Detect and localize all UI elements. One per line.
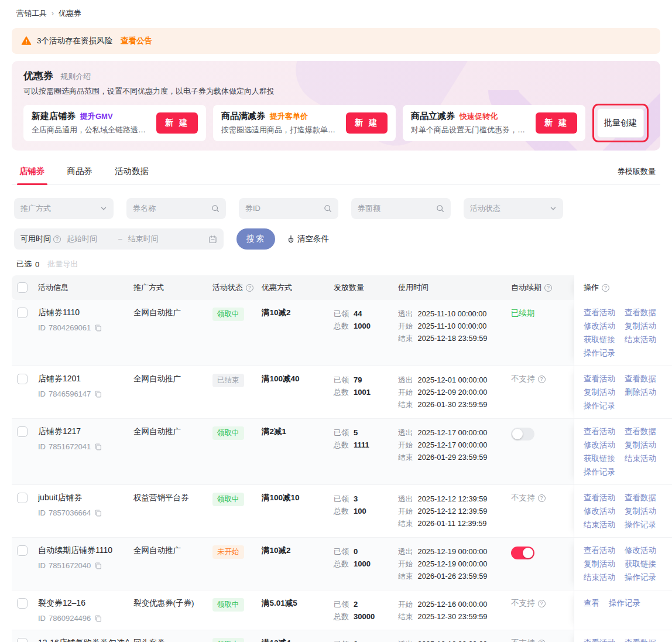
- action-link[interactable]: 查看活动: [584, 493, 615, 503]
- help-icon[interactable]: ?: [538, 640, 546, 642]
- row-checkbox[interactable]: [17, 374, 28, 384]
- value-label: 透出: [398, 545, 413, 558]
- chevron-down-icon: [550, 205, 557, 212]
- breadcrumb-marketing-tools[interactable]: 营销工具: [16, 8, 47, 19]
- help-icon[interactable]: ?: [538, 600, 546, 607]
- row-checkbox-cell: [12, 300, 38, 366]
- tab-product-coupon[interactable]: 商品券: [67, 163, 93, 185]
- help-icon[interactable]: ?: [538, 494, 546, 502]
- action-link[interactable]: 获取链接: [584, 334, 615, 345]
- coupon-value-input[interactable]: 券面额: [351, 198, 451, 219]
- action-link[interactable]: 结束活动: [625, 334, 656, 345]
- action-link[interactable]: 查看数据: [625, 426, 656, 437]
- row-checkbox[interactable]: [17, 638, 28, 642]
- copy-icon[interactable]: [94, 390, 102, 398]
- selected-count: 0: [35, 260, 39, 269]
- action-link[interactable]: 查看活动: [584, 426, 615, 437]
- clear-conditions-button[interactable]: 清空条件: [286, 234, 329, 244]
- auto-renewal-toggle[interactable]: [511, 428, 534, 440]
- action-link[interactable]: 操作记录: [584, 401, 615, 411]
- quantity-cell: 已领2总数30000: [334, 590, 398, 630]
- action-link[interactable]: 查看活动: [584, 638, 615, 642]
- create-product-instant-coupon-button[interactable]: 新 建: [536, 112, 577, 134]
- chevron-down-icon: [100, 205, 107, 212]
- tab-shop-coupon[interactable]: 店铺券: [19, 163, 45, 185]
- action-link[interactable]: 查看数据: [625, 374, 656, 384]
- action-link[interactable]: 操作记录: [609, 598, 640, 609]
- auto-renewal-cell: [511, 419, 574, 484]
- activity-status-select[interactable]: 活动状态: [464, 198, 563, 219]
- coupon-name-input[interactable]: 券名称: [126, 198, 226, 219]
- coupon-id-prefix: ID: [38, 614, 46, 623]
- action-link[interactable]: 查看: [584, 598, 599, 609]
- action-link[interactable]: 查看活动: [584, 308, 615, 318]
- action-link[interactable]: 修改活动: [584, 506, 615, 517]
- help-icon[interactable]: ?: [246, 284, 253, 292]
- status-badge: 未开始: [212, 545, 244, 559]
- action-link[interactable]: 复制活动: [584, 387, 615, 398]
- action-link[interactable]: 结束活动: [584, 520, 615, 530]
- action-link[interactable]: 结束活动: [584, 572, 615, 583]
- action-link[interactable]: 结束活动: [625, 453, 656, 464]
- create-product-threshold-coupon-button[interactable]: 新 建: [346, 112, 388, 134]
- available-time-range-picker[interactable]: 可用时间 ? 起始时间 – 结束时间: [14, 228, 224, 250]
- coupon-value-placeholder: 券面额: [358, 203, 436, 214]
- rules-intro-link[interactable]: 规则介绍: [60, 71, 91, 82]
- action-link[interactable]: 获取链接: [584, 453, 615, 464]
- action-link[interactable]: 复制活动: [625, 321, 656, 332]
- promotion-type-select[interactable]: 推广方式: [14, 198, 114, 219]
- action-link[interactable]: 操作记录: [584, 348, 615, 358]
- action-link[interactable]: 操作记录: [625, 572, 656, 583]
- action-link[interactable]: 查看活动: [584, 545, 615, 556]
- action-link[interactable]: 修改活动: [584, 321, 615, 332]
- row-checkbox[interactable]: [17, 426, 28, 437]
- copy-icon[interactable]: [94, 562, 102, 569]
- action-link[interactable]: 修改活动: [584, 440, 615, 450]
- batch-export-button[interactable]: 批量导出: [47, 259, 78, 269]
- copy-icon[interactable]: [94, 614, 102, 622]
- coupon-id-value: 7851672041: [49, 442, 91, 451]
- batch-create-button[interactable]: 批量创建: [597, 108, 644, 138]
- action-link[interactable]: 修改活动: [625, 545, 656, 556]
- row-checkbox[interactable]: [17, 308, 28, 318]
- status-cell: 未开始: [212, 538, 262, 590]
- help-icon[interactable]: ?: [602, 284, 609, 292]
- action-link[interactable]: 复制活动: [625, 440, 656, 450]
- action-link[interactable]: 删除活动: [625, 387, 656, 398]
- help-icon[interactable]: ?: [53, 235, 61, 243]
- help-icon[interactable]: ?: [544, 284, 552, 292]
- row-checkbox[interactable]: [17, 545, 28, 556]
- tab-activity-data[interactable]: 活动数据: [115, 163, 149, 185]
- search-button[interactable]: 搜索: [236, 228, 275, 250]
- broom-icon: [286, 235, 294, 244]
- header-label: 自动续期: [511, 282, 541, 293]
- action-link[interactable]: 查看数据: [625, 308, 656, 318]
- view-announcement-link[interactable]: 查看公告: [121, 36, 152, 46]
- coupon-id-input[interactable]: 券ID: [239, 198, 338, 219]
- value-label: 结束: [398, 398, 413, 411]
- action-link[interactable]: 操作记录: [584, 467, 615, 477]
- coupon-template-quota-link[interactable]: 券模版数量: [618, 166, 656, 185]
- toggle-knob: [512, 429, 523, 439]
- action-link[interactable]: 复制活动: [625, 506, 656, 517]
- copy-icon[interactable]: [94, 324, 102, 332]
- action-link[interactable]: 查看活动: [584, 374, 615, 384]
- status-badge: 领取中: [212, 493, 244, 506]
- row-checkbox-cell: [12, 485, 38, 537]
- action-link[interactable]: 获取链接: [625, 559, 656, 569]
- help-icon[interactable]: ?: [538, 375, 546, 383]
- action-link[interactable]: 查看数据: [625, 638, 656, 642]
- action-link[interactable]: 复制活动: [584, 559, 615, 569]
- row-checkbox[interactable]: [17, 493, 28, 503]
- action-link[interactable]: 查看数据: [625, 493, 656, 503]
- copy-icon[interactable]: [94, 509, 102, 517]
- coupon-name-placeholder: 券名称: [133, 203, 211, 214]
- select-all-checkbox[interactable]: [17, 282, 28, 293]
- auto-renewal-toggle[interactable]: [511, 547, 534, 559]
- header-label: 优惠方式: [262, 282, 292, 293]
- action-link[interactable]: 操作记录: [625, 520, 656, 530]
- copy-icon[interactable]: [94, 443, 102, 450]
- row-checkbox[interactable]: [17, 598, 28, 609]
- create-shop-coupon-button[interactable]: 新 建: [156, 112, 198, 134]
- coupon-id: ID7846596147: [38, 390, 129, 398]
